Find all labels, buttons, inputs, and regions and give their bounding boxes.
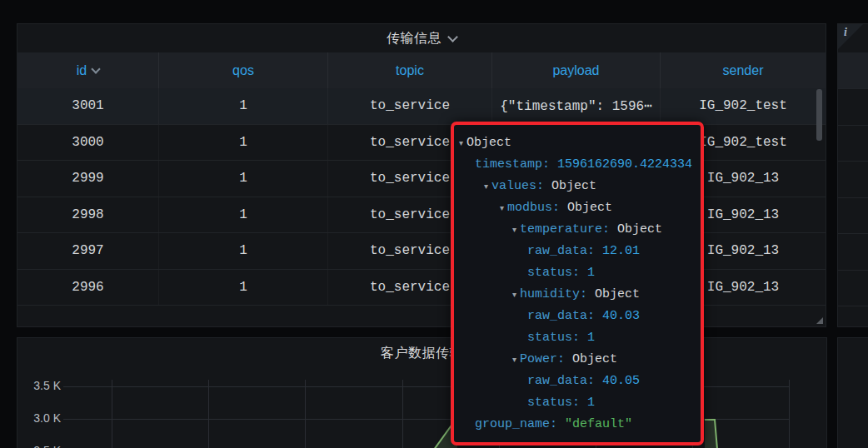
json-value: ″default″	[565, 417, 632, 431]
chart-panel-header[interactable]: 客户数据传输	[17, 343, 826, 363]
table-row-separator	[838, 125, 868, 126]
triangle-down-icon: ▾	[512, 355, 516, 364]
json-value: Object	[572, 352, 617, 366]
json-tree-line[interactable]: ▾Power: Object	[454, 349, 701, 371]
json-key: modbus:	[507, 201, 567, 215]
panel-resize-handle[interactable]	[816, 317, 823, 324]
cell-id: 3001	[17, 88, 159, 124]
table-row-separator	[838, 233, 868, 234]
table-row-separator	[838, 270, 868, 271]
triangle-down-icon: ▾	[484, 182, 488, 191]
json-key: humidity:	[520, 287, 595, 301]
json-tree-line[interactable]: ▾values: Object	[454, 176, 701, 197]
column-header-id[interactable]: id	[17, 52, 159, 88]
cell-id: 2998	[17, 197, 159, 233]
panel-header[interactable]: 传输信息	[17, 24, 826, 52]
json-value: 40.03	[602, 309, 640, 323]
panel-right-bottom	[837, 337, 868, 448]
json-key: raw_data:	[527, 309, 602, 323]
chevron-down-icon	[447, 32, 458, 42]
table-row[interactable]: 29991to_serviceIG_902_13	[17, 161, 826, 197]
json-value: 1596162690.4224334	[557, 157, 692, 172]
panel-transmission-table: 传输信息 idqostopicpayloadsender 30011to_ser…	[17, 23, 826, 327]
column-header-payload[interactable]: payload	[492, 52, 661, 88]
cell-topic: to_service	[328, 88, 492, 124]
table-row[interactable]: 30001to_serviceIG_902_test	[17, 125, 826, 162]
table-row[interactable]: 29961to_serviceIG_902_13	[17, 270, 826, 306]
column-header-label: qos	[232, 63, 254, 78]
triangle-down-icon: ▾	[500, 203, 504, 212]
json-value: Object	[466, 136, 511, 150]
right-table-header	[838, 52, 868, 88]
column-header-sender[interactable]: sender	[661, 52, 826, 88]
json-value: 40.05	[602, 374, 640, 388]
table-row[interactable]: 29981to_serviceIG_902_13	[17, 197, 826, 234]
gridline-vertical	[112, 380, 112, 448]
cell-qos: 1	[159, 88, 328, 124]
dashboard: 传输信息 idqostopicpayloadsender 30011to_ser…	[0, 0, 868, 448]
cell-qos: 1	[159, 233, 328, 269]
json-key: temperature:	[520, 222, 617, 236]
column-header-topic[interactable]: topic	[328, 52, 492, 88]
json-value: 1	[587, 331, 595, 345]
json-tree-line[interactable]: raw_data: 40.03	[454, 306, 701, 327]
table-scrollbar[interactable]	[816, 89, 822, 141]
cell-sender: IG_902_test	[661, 88, 826, 124]
table-body: 30011to_service{″timestamp″: 1596⋯IG_902…	[17, 88, 826, 306]
cell-qos: 1	[159, 161, 328, 197]
table-row[interactable]: 30011to_service{″timestamp″: 1596⋯IG_902…	[17, 88, 826, 125]
column-header-label: topic	[396, 63, 424, 78]
triangle-down-icon: ▾	[459, 138, 463, 147]
cell-qos: 1	[159, 125, 328, 161]
table-header-row: idqostopicpayloadsender	[17, 52, 826, 88]
json-key: status:	[527, 266, 587, 280]
json-tree-line[interactable]: ▾humidity: Object	[454, 284, 701, 306]
column-header-qos[interactable]: qos	[159, 52, 328, 88]
cell-qos: 1	[159, 197, 328, 233]
json-tree-line[interactable]: ▾temperature: Object	[454, 219, 701, 241]
column-header-label: sender	[723, 63, 764, 78]
json-key: timestamp:	[475, 157, 557, 172]
json-value: 12.01	[602, 244, 640, 258]
y-axis-tick-label: 3.5 K	[21, 379, 61, 392]
json-tree-line[interactable]: raw_data: 40.05	[454, 371, 701, 392]
panel-info-corner[interactable]	[838, 24, 863, 49]
json-key: status:	[527, 396, 587, 410]
json-value: Object	[617, 222, 662, 236]
json-value: Object	[595, 287, 640, 301]
json-key: status:	[527, 331, 587, 345]
json-value: Object	[551, 179, 596, 193]
json-tree-line[interactable]: status: 1	[454, 262, 701, 284]
chevron-down-icon	[92, 64, 101, 73]
gridline-vertical	[208, 380, 209, 448]
table-row-separator	[838, 161, 868, 162]
json-key: group_name:	[475, 417, 565, 431]
json-key: Power:	[520, 352, 572, 366]
y-axis-tick-label: 2.5 K	[21, 444, 61, 448]
json-tree-line[interactable]: status: 1	[454, 392, 701, 414]
json-key: values:	[491, 179, 551, 193]
cell-id: 3000	[17, 125, 159, 161]
json-tree-line[interactable]: raw_data: 12.01	[454, 241, 701, 262]
json-value: 1	[587, 396, 595, 410]
json-tree-line[interactable]: ▾modbus: Object	[454, 197, 701, 219]
table-row[interactable]: 29971to_serviceIG_902_13	[17, 233, 826, 270]
info-icon: i	[844, 26, 847, 39]
json-tree-line[interactable]: timestamp: 1596162690.4224334	[454, 154, 701, 176]
gridline-vertical	[305, 380, 306, 448]
gridline-vertical	[402, 380, 403, 448]
json-tree-line[interactable]: group_name: ″default″	[454, 414, 701, 436]
table-row-separator	[838, 306, 868, 306]
panel-right-top: i	[837, 23, 868, 327]
panel-title[interactable]: 传输信息	[387, 30, 441, 47]
cell-id: 2999	[17, 161, 159, 197]
json-key: raw_data:	[527, 374, 602, 388]
json-value: 1	[587, 266, 595, 280]
json-tree-line[interactable]: ▾Object	[454, 132, 701, 154]
json-object-popup: ▾Objecttimestamp: 1596162690.4224334▾val…	[451, 122, 704, 446]
cell-payload: {″timestamp″: 1596⋯	[492, 88, 661, 124]
json-tree: ▾Objecttimestamp: 1596162690.4224334▾val…	[454, 125, 701, 436]
table-row-separator	[838, 88, 868, 89]
cell-id: 2996	[17, 270, 159, 306]
json-tree-line[interactable]: status: 1	[454, 327, 701, 349]
